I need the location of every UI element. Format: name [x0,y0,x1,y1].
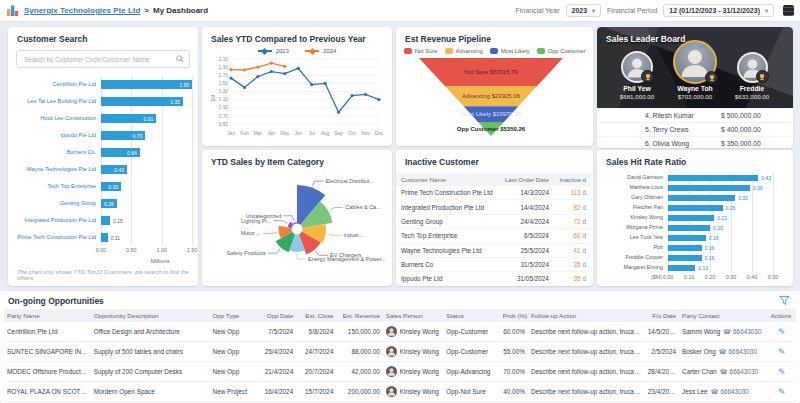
customer-link[interactable]: Tech Top Enterprise [16,184,101,190]
opportunities-table: Party NameOpportunity DescriptionOpp Typ… [4,309,796,403]
svg-text:Mar: Mar [254,131,263,136]
edit-button[interactable]: ✎ [771,367,793,377]
edit-button[interactable]: ✎ [771,327,793,337]
axis-tick: 0.10 [684,274,695,280]
rose-label: Safety Products [227,250,266,256]
panel-title: Sales Leader Board [597,27,694,44]
opp-type: New Opp [210,322,256,342]
customer-name: Integrated Production Pte Ltd [396,200,499,214]
svg-text:Dec: Dec [375,131,384,136]
sales-person-cell: Kinsley Wong [383,362,443,382]
customer-link[interactable]: Integrated Production Pte Ltd [16,218,101,224]
phone-icon: ☎ [711,388,721,395]
bar-value: 0.16 [705,255,715,261]
party-contact-cell: Sammi Wong☎ 66643030 [679,322,768,342]
filter-funnel-icon[interactable] [779,295,790,306]
chart-footnote: The chart only shows YTD Top10 Customers… [17,269,190,281]
customer-search-panel: Customer Search Centrillion Pte Ltd1.50L… [8,27,198,286]
customer-link[interactable]: Ippudo Pte Ltd [16,133,101,139]
sales-hit-rate-panel: Sales Hit Rate Ratio David Garrison0.43M… [597,150,793,286]
bar [668,225,710,231]
inactive-days: 113 d [554,186,591,200]
party-name-link[interactable]: ROYAL PLAZA ON SCOTTS [4,382,91,402]
probability: 60.00% [500,322,528,342]
runner-name: 6. Olivia Wong [597,140,721,147]
axis-tick: 0.50 [126,247,137,253]
svg-text:Aug: Aug [321,131,330,136]
bar-value: 0.26 [726,205,736,211]
rose-label: Indust... [344,232,364,238]
financial-period-select[interactable]: 12 (01/12/2023 - 31/12/2023) ▾ [663,4,774,17]
follow-up-action: Describe next follow-up action, trucate … [528,362,645,382]
runner-name: 4. Ritesh Kumar [597,112,721,119]
rose-label: Electrical Distribut... [325,178,374,184]
customer-link[interactable]: Centrillion Pte Ltd [16,82,101,88]
leaderboard-avatar [737,52,768,83]
bar-value: 1.35 [170,99,180,105]
est-revenue-pipeline-panel: Est Revenue Pipeline Not SureAdvancingMo… [396,27,593,146]
svg-text:1.90: 1.90 [219,65,229,70]
party-name-link[interactable]: MODEC Offshore Productio... [4,362,91,382]
leaderboard-row: 6. Olivia Wong$ 350,000.00 [597,136,793,148]
party-name-link[interactable]: SUNTEC SINGAPORE INT... [4,342,91,362]
leaderboard-caption: Freddie$633,000.00 [707,85,793,100]
phone-icon: ☎ [720,368,730,375]
edit-button[interactable]: ✎ [771,347,793,357]
axis-tick: 0.40 [747,274,758,280]
panel-title: YTD Sales by Item Category [202,150,392,167]
contact-phone: ☎ 66643030 [719,348,757,355]
customer-link[interactable]: Genting Group [16,201,101,207]
customer-name: Wayne Technologies Pte Ltd [396,243,499,257]
bar-track: 0.18 [668,233,773,243]
actions-cell: ✎ [768,322,796,342]
follow-up-action: Describe next follow-up action, trucate … [528,342,645,362]
bar-value: 0.18 [709,235,719,241]
bar-value: 0.13 [698,265,708,271]
opportunities-table-wrap: Party NameOpportunity DescriptionOpp Typ… [4,309,796,403]
edit-button[interactable]: ✎ [771,387,793,397]
funnel-label: Most Likely $19970.00 [461,111,522,117]
customer-link[interactable]: Lee Tat Lee Building Pte Ltd [16,99,101,105]
axis-tick: 0.20 [705,274,716,280]
follow-up-action: Describe next follow-up action, trucate … [528,382,645,402]
column-header: Actions [768,309,796,322]
bar-track: 0.26 [668,203,773,213]
legend-item: Not Sure [404,48,438,54]
panel-title: Customer Search [8,27,198,44]
status: Opp-Advancing [443,362,499,382]
probability: 70.00% [500,362,528,382]
bar-value: 0.73 [133,133,143,139]
sales-person-name: Kinsley Wong [400,368,439,375]
customer-search-input[interactable] [22,55,176,64]
financial-year-select[interactable]: 2023 ▾ [566,4,602,17]
last-order-date: 14/4/2024 [499,200,554,214]
runner-name: 5. Terry Crews [597,126,721,133]
svg-text:0.90: 0.90 [219,105,229,110]
opp-date: 16/4/2024 [256,382,296,402]
apps-menu-icon[interactable] [783,5,794,16]
sales-person-name: Kinsley Wong [400,388,439,395]
leaderboard-avatar [673,40,717,84]
est-close-date: 15/7/2024 [296,382,336,402]
follow-up-date: 2/5/2024 [645,342,679,362]
customer-link[interactable]: Prime Tech Construction Pte Ltd [16,235,101,241]
bar [668,175,758,181]
leader-amount: $633,000.00 [707,93,793,100]
customer-link[interactable]: Wayne Technologies Pte Ltd [16,167,101,173]
party-contact-cell: Bosker Ong☎ 66643030 [679,342,768,362]
breadcrumb-company[interactable]: Synergix Technologies Pte Ltd [24,6,140,15]
trophy-icon [641,70,654,83]
bar-value: 0.32 [738,195,748,201]
revenue-funnel-chart: Not Sure $50115.79Advancing $23925.06Mos… [396,56,593,142]
table-row: Centrillion Pte LtdOffice Design and Arc… [4,322,796,342]
svg-text:Sep: Sep [334,131,343,136]
bar [668,205,723,211]
customer-link[interactable]: Hock Lee Construction [16,116,101,122]
table-row: ROYAL PLAZA ON SCOTTSMordern Open SpaceN… [4,382,796,402]
est-revenue: 42,000.00 [336,362,382,382]
leaderboard-avatar [621,51,653,83]
legend-item: Most Likely [490,48,530,54]
party-name-link[interactable]: Centrillion Pte Ltd [4,322,91,342]
bar: 0.91 [101,114,156,123]
customer-link[interactable]: Burners Co. [16,150,101,156]
